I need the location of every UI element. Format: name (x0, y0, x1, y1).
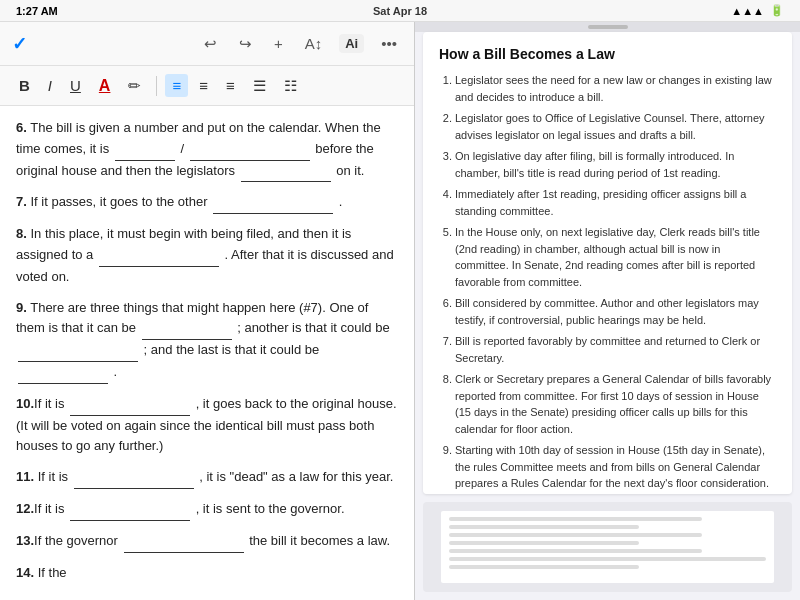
paragraph-6: 6. The bill is given a number and put on… (16, 118, 398, 182)
battery-icon: 🔋 (770, 4, 784, 17)
paragraph-13: 13.If the governor the bill it becomes a… (16, 531, 398, 553)
blank (124, 531, 244, 553)
bold-button[interactable]: B (12, 74, 37, 97)
status-right: ▲▲▲ 🔋 (731, 4, 784, 17)
thumb-line (449, 549, 702, 553)
thumb-line (449, 557, 765, 561)
thumbnail-inner (441, 511, 773, 583)
undo-button[interactable]: ↩ (199, 33, 222, 55)
paragraph-10: 10.If it is , it goes back to the origin… (16, 394, 398, 457)
blank (213, 192, 333, 214)
bill-step-item: Bill considered by committee. Author and… (455, 295, 776, 328)
right-document[interactable]: How a Bill Becomes a Law Legislator sees… (423, 32, 792, 494)
thumb-line (449, 565, 639, 569)
thumbnail-panel (423, 502, 792, 592)
blank (241, 161, 331, 183)
redo-button[interactable]: ↪ (234, 33, 257, 55)
paragraph-11: 11. If it is , it is "dead" as a law for… (16, 467, 398, 489)
list2-button[interactable]: ☷ (277, 74, 304, 98)
right-panel: How a Bill Becomes a Law Legislator sees… (415, 22, 800, 600)
blank (70, 499, 190, 521)
separator (156, 76, 157, 96)
list-button[interactable]: ☰ (246, 74, 273, 98)
blank (99, 245, 219, 267)
bill-step-item: On legislative day after filing, bill is… (455, 148, 776, 181)
add-button[interactable]: + (269, 33, 288, 54)
thumb-line (449, 541, 639, 545)
paragraph-12: 12.If it is , it is sent to the governor… (16, 499, 398, 521)
paragraph-14: 14. If the (16, 563, 398, 584)
blank (142, 318, 232, 340)
paragraph-8: 8. In this place, it must begin with bei… (16, 224, 398, 287)
paragraph-7: 7. If it passes, it goes to the other . (16, 192, 398, 214)
blank (115, 139, 175, 161)
right-doc-title: How a Bill Becomes a Law (439, 46, 776, 62)
bill-step-item: Legislator goes to Office of Legislative… (455, 110, 776, 143)
confirm-button[interactable]: ✓ (12, 33, 27, 55)
blank (70, 394, 190, 416)
status-bar: 1:27 AM Sat Apr 18 ▲▲▲ 🔋 (0, 0, 800, 22)
drag-handle[interactable] (588, 25, 628, 29)
underline-button[interactable]: U (63, 74, 88, 97)
right-top-bar (415, 22, 800, 32)
bill-step-item: In the House only, on next legislative d… (455, 224, 776, 290)
bill-step-item: Clerk or Secretary prepares a General Ca… (455, 371, 776, 437)
bill-step-item: Immediately after 1st reading, presiding… (455, 186, 776, 219)
align-left-button[interactable]: ≡ (165, 74, 188, 97)
bill-step-item: Legislator sees the need for a new law o… (455, 72, 776, 105)
left-panel: ✓ ↩ ↪ + A↕ Ai ••• B I U A ✏ ≡ ≡ ≡ ☰ ☷ 6.… (0, 22, 415, 600)
toolbar-top: ✓ ↩ ↪ + A↕ Ai ••• (0, 22, 414, 66)
thumb-line (449, 533, 702, 537)
blank (74, 467, 194, 489)
align-right-button[interactable]: ≡ (219, 74, 242, 97)
text-size-button[interactable]: A↕ (300, 33, 328, 54)
font-color-button[interactable]: A (92, 74, 118, 98)
status-date: Sat Apr 18 (373, 5, 427, 17)
blank (190, 139, 310, 161)
bill-step-item: Starting with 10th day of session in Hou… (455, 442, 776, 492)
document-content[interactable]: 6. The bill is given a number and put on… (0, 106, 414, 600)
paragraph-9: 9. There are three things that might hap… (16, 298, 398, 384)
main-area: ✓ ↩ ↪ + A↕ Ai ••• B I U A ✏ ≡ ≡ ≡ ☰ ☷ 6.… (0, 22, 800, 600)
bill-steps-list: Legislator sees the need for a new law o… (439, 72, 776, 494)
signal-icon: ▲▲▲ (731, 5, 764, 17)
thumb-line (449, 525, 639, 529)
toolbar-format: B I U A ✏ ≡ ≡ ≡ ☰ ☷ (0, 66, 414, 106)
status-time: 1:27 AM (16, 5, 58, 17)
blank (18, 340, 138, 362)
more-button[interactable]: ••• (376, 33, 402, 54)
blank (18, 362, 108, 384)
thumb-line (449, 517, 702, 521)
ai-button[interactable]: Ai (339, 34, 364, 53)
italic-button[interactable]: I (41, 74, 59, 97)
bill-step-item: Bill is reported favorably by committee … (455, 333, 776, 366)
align-center-button[interactable]: ≡ (192, 74, 215, 97)
highlight-button[interactable]: ✏ (121, 74, 148, 98)
